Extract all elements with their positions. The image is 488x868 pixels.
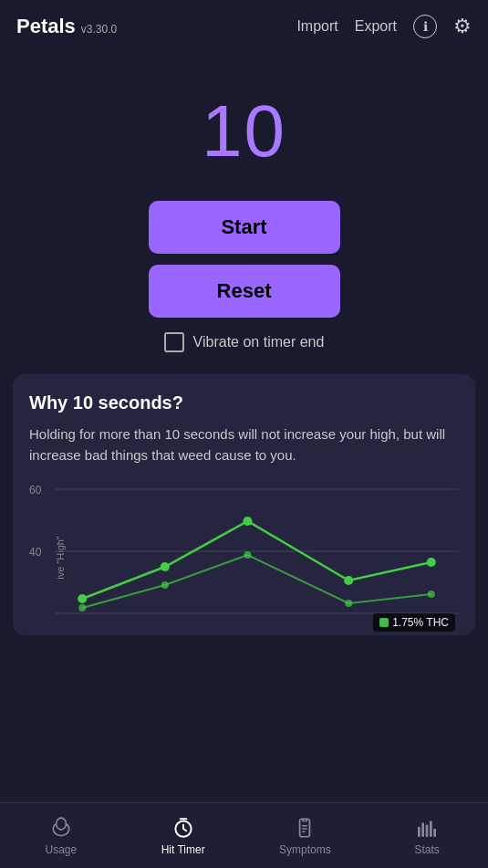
- chart-y-label-40: 40: [29, 546, 41, 559]
- nav-label-usage: Usage: [46, 843, 78, 856]
- svg-point-10: [244, 551, 251, 559]
- stats-icon: [415, 816, 439, 840]
- nav-item-hit-timer[interactable]: Hit Timer: [122, 809, 244, 863]
- info-icon: ℹ: [423, 19, 428, 34]
- svg-point-5: [243, 517, 252, 526]
- svg-point-11: [345, 600, 352, 607]
- main-content: 10 Start Reset Vibrate on timer end Why …: [0, 53, 488, 635]
- export-button[interactable]: Export: [355, 18, 397, 35]
- info-card-title: Why 10 seconds?: [29, 392, 459, 413]
- nav-item-symptoms[interactable]: Symptoms: [244, 809, 367, 863]
- app-name: Petals: [16, 15, 76, 38]
- chart-y-label-60: 60: [29, 484, 41, 497]
- svg-point-3: [78, 594, 87, 603]
- info-button[interactable]: ℹ: [413, 15, 437, 38]
- thc-dot: [379, 618, 389, 627]
- vibrate-row: Vibrate on timer end: [164, 332, 325, 352]
- vibrate-checkbox[interactable]: [164, 332, 184, 352]
- info-card: Why 10 seconds? Holding for more than 10…: [13, 374, 475, 635]
- svg-point-12: [428, 591, 435, 598]
- svg-point-8: [78, 604, 86, 612]
- app-header: Petals v3.30.0 Import Export ℹ ⚙: [0, 0, 488, 53]
- chart-area: 60 40 ive "High": [29, 480, 459, 635]
- header-actions: Import Export ℹ ⚙: [296, 15, 472, 38]
- chart-svg-container: 1.75% THC: [55, 480, 459, 635]
- nav-label-stats: Stats: [414, 843, 439, 856]
- app-version: v3.30.0: [81, 23, 117, 36]
- usage-icon: [49, 816, 73, 840]
- nav-item-stats[interactable]: Stats: [366, 809, 488, 863]
- info-card-body: Holding for more than 10 seconds will no…: [29, 424, 459, 465]
- start-button[interactable]: Start: [149, 201, 340, 254]
- timer-display: 10: [202, 89, 286, 173]
- chart-svg: [55, 480, 459, 635]
- svg-point-6: [344, 576, 353, 585]
- svg-point-7: [427, 558, 436, 567]
- thc-badge: 1.75% THC: [373, 613, 455, 632]
- import-button[interactable]: Import: [296, 18, 337, 35]
- vibrate-label: Vibrate on timer end: [193, 334, 325, 350]
- bottom-nav: Usage Hit Timer Symptoms Stats: [0, 802, 488, 868]
- reset-button[interactable]: Reset: [149, 265, 340, 318]
- svg-point-4: [161, 562, 170, 571]
- thc-label: 1.75% THC: [392, 616, 449, 629]
- svg-point-9: [161, 581, 169, 589]
- nav-label-symptoms: Symptoms: [279, 843, 331, 856]
- header-logo-section: Petals v3.30.0: [16, 15, 117, 38]
- symptoms-icon: [293, 816, 317, 840]
- settings-button[interactable]: ⚙: [453, 15, 472, 38]
- hit-timer-icon: [171, 816, 195, 840]
- nav-label-hit-timer: Hit Timer: [161, 843, 205, 856]
- nav-item-usage[interactable]: Usage: [0, 809, 122, 863]
